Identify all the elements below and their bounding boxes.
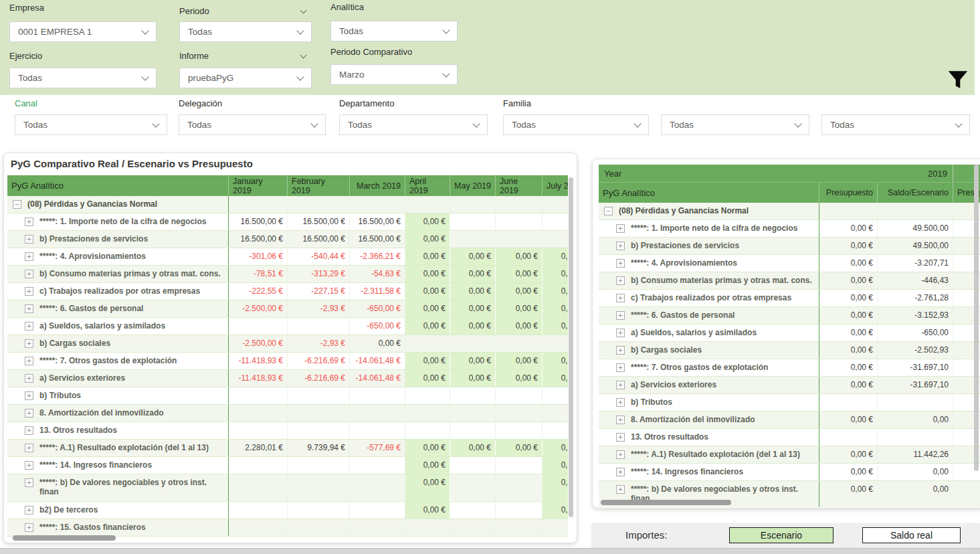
column-header[interactable]: February 2019 (288, 175, 350, 196)
expand-icon[interactable]: + (25, 374, 33, 383)
collapse-icon[interactable]: − (13, 200, 21, 209)
extra-dropdown-2[interactable]: Todas (821, 114, 970, 135)
value-cell: 16.500,00 € (288, 213, 350, 230)
expand-icon[interactable]: + (25, 444, 33, 452)
value-cell: 16.500,00 € (350, 231, 405, 248)
value-cell (496, 387, 543, 404)
periodo-comparativo-dropdown[interactable]: Marzo (330, 64, 458, 85)
expand-icon[interactable]: + (616, 224, 625, 233)
expand-icon[interactable]: + (25, 217, 33, 226)
expand-icon[interactable]: + (616, 259, 625, 268)
slicer-empresa-label: Empresa (9, 3, 44, 13)
value-cell: -54,63 € (350, 266, 405, 282)
value-cell (405, 519, 450, 536)
left-horizontal-scrollbar[interactable] (13, 535, 116, 541)
value-cell: -2.502,93 (878, 342, 953, 359)
column-header[interactable]: PyG Analítico (599, 183, 819, 203)
analitica-dropdown-value: Todas (339, 26, 363, 36)
expand-icon[interactable]: + (616, 433, 625, 442)
row-label: 8. Amortización del inmovilizado (631, 415, 755, 424)
informe-dropdown[interactable]: pruebaPyG (179, 68, 312, 88)
table-row: +b) Cargas sociales0,00 €-2.502,930,00 € (599, 342, 980, 359)
expand-icon[interactable]: + (616, 346, 625, 355)
column-header[interactable]: January 2019 (229, 175, 288, 196)
collapse-icon[interactable]: − (604, 207, 613, 215)
right-horizontal-scrollbar[interactable] (601, 500, 731, 505)
value-cell: -11.418,93 € (229, 370, 288, 387)
canal-dropdown[interactable]: Todas (15, 114, 167, 135)
expand-icon[interactable]: + (616, 311, 625, 320)
expand-icon[interactable]: + (25, 478, 33, 487)
expand-icon[interactable]: + (616, 416, 625, 424)
column-header[interactable]: June 2019 (496, 175, 543, 196)
table-row: +*****: 15. Gastos financieros (7, 519, 568, 537)
expand-icon[interactable]: + (25, 506, 33, 515)
slicer-canal: Canal Todas (15, 98, 37, 108)
row-label-cell: +*****: 4. Aprovisionamientos (7, 248, 229, 265)
column-header[interactable]: Presupuesto (819, 183, 878, 203)
periodo-dropdown[interactable]: Todas (179, 21, 312, 42)
table-row: +*****: b) De valores negociables y otro… (7, 474, 568, 502)
escenario-button[interactable]: Escenario (729, 527, 834, 543)
saldo-real-button[interactable]: Saldo real (862, 527, 961, 543)
filter-funnel-icon[interactable] (946, 67, 970, 92)
expand-icon[interactable]: + (616, 450, 625, 459)
expand-icon[interactable]: + (616, 381, 625, 389)
empresa-dropdown[interactable]: 0001 EMPRESA 1 (9, 21, 157, 42)
value-cell (496, 335, 543, 352)
expand-icon[interactable]: + (25, 235, 33, 244)
expand-icon[interactable]: + (616, 485, 625, 494)
extra-dropdown-2-value: Todas (830, 120, 854, 130)
slicer-departamento-label: Departamento (339, 98, 394, 108)
ejercicio-dropdown[interactable]: Todas (9, 68, 157, 88)
expand-icon[interactable]: + (616, 398, 625, 407)
expand-icon[interactable]: + (25, 357, 33, 365)
expand-icon[interactable]: + (25, 252, 33, 261)
chevron-down-icon[interactable] (300, 52, 307, 59)
expand-icon[interactable]: + (25, 391, 33, 400)
row-label-cell: +a) Servicios exteriores (7, 370, 229, 387)
expand-icon[interactable]: + (25, 461, 33, 470)
expand-icon[interactable]: + (616, 363, 625, 372)
expand-icon[interactable]: + (25, 287, 33, 296)
analitica-dropdown[interactable]: Todas (330, 21, 458, 41)
value-cell: -2,93 € (288, 300, 350, 317)
left-vertical-scrollbar[interactable] (569, 177, 573, 517)
expand-icon[interactable]: + (616, 242, 625, 250)
expand-icon[interactable]: + (25, 426, 33, 435)
expand-icon[interactable]: + (25, 304, 33, 313)
value-cell: -6.216,69 € (288, 353, 350, 369)
expand-icon[interactable]: + (616, 329, 625, 337)
value-cell (878, 203, 953, 219)
expand-icon[interactable]: + (25, 409, 33, 418)
column-header[interactable]: Saldo/Escenario (878, 183, 953, 203)
expand-icon[interactable]: + (616, 468, 625, 476)
column-header[interactable]: March 2019 (350, 175, 405, 196)
right-vertical-scrollbar[interactable] (974, 165, 979, 471)
column-header[interactable]: July 2019 (543, 175, 568, 196)
row-label-cell: +13. Otros resultados (7, 422, 229, 439)
value-cell: -31.697,10 (878, 377, 953, 393)
familia-dropdown[interactable]: Todas (503, 114, 649, 135)
column-header[interactable]: PyG Analítico (7, 175, 229, 196)
canal-dropdown-value: Todas (23, 120, 47, 130)
table-row: +13. Otros resultados (7, 422, 568, 440)
slicer-departamento: Departamento Todas (339, 98, 394, 108)
value-cell (405, 196, 450, 213)
delegacion-dropdown[interactable]: Todas (179, 114, 326, 135)
chevron-down-icon[interactable] (300, 7, 307, 14)
expand-icon[interactable]: + (25, 523, 33, 532)
chevron-down-icon (794, 120, 801, 127)
extra-dropdown-1[interactable]: Todas (661, 114, 809, 135)
column-header[interactable]: May 2019 (450, 175, 496, 196)
slicer-ejercicio: Ejercicio Todas (9, 51, 42, 61)
expand-icon[interactable]: + (25, 339, 33, 348)
expand-icon[interactable]: + (616, 294, 625, 302)
table-row: +13. Otros resultados0,00 € (599, 429, 980, 446)
departamento-dropdown[interactable]: Todas (339, 114, 488, 135)
expand-icon[interactable]: + (25, 322, 33, 331)
column-header[interactable]: April 2019 (405, 175, 450, 196)
expand-icon[interactable]: + (616, 276, 625, 285)
value-cell: -3.152,93 (878, 307, 953, 324)
expand-icon[interactable]: + (25, 270, 33, 278)
